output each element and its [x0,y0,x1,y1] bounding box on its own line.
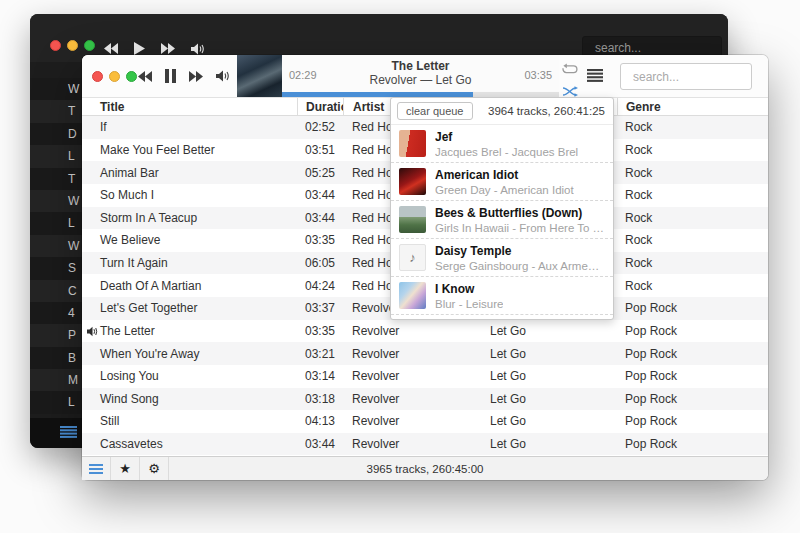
track-album: Let Go [472,324,617,338]
track-artist: Revolver [343,414,472,428]
track-duration: 03:35 [297,324,343,338]
queue-item-title: Bees & Butterflies (Down) [435,206,605,220]
track-duration: 03:18 [297,392,343,406]
track-duration: 03:37 [297,301,343,315]
table-row[interactable]: Wind Song 03:18 Revolver Let Go Pop Rock [82,388,768,411]
repeat-icon[interactable] [562,61,578,79]
previous-track-button[interactable] [138,71,152,82]
clear-queue-button[interactable]: clear queue [397,102,473,120]
track-duration: 05:25 [297,166,343,180]
track-genre: Pop Rock [617,392,768,406]
queue-item-album-art [399,168,426,195]
next-track-button[interactable] [189,71,203,82]
track-duration: 03:51 [297,143,343,157]
track-duration: 03:44 [297,437,343,451]
track-genre: Rock [617,211,768,225]
queue-item[interactable]: American Idiot Green Day - American Idio… [391,163,613,201]
track-title: When You're Away [82,347,297,361]
track-title: Animal Bar [82,166,297,180]
player-bar: The Letter Revolver — Let Go 02:29 03:35 [82,55,768,98]
now-playing-subtitle: Revolver — Let Go [282,73,559,87]
zoom-button[interactable] [126,71,137,82]
track-duration: 04:24 [297,279,343,293]
queue-summary: 3964 tracks, 260:41:25 [488,105,605,117]
track-title: The Letter [82,324,297,338]
queue-item-subtitle: Jacques Brel - Jacques Brel [435,146,578,158]
now-playing-speaker-icon [87,326,98,340]
track-artist: Revolver [343,324,472,338]
playlists-button[interactable]: ★ [111,457,140,480]
pause-button[interactable] [165,69,176,83]
queue-item[interactable]: ♪ Daisy Temple Serge Gainsbourg - Aux Ar… [391,239,613,277]
queue-item-subtitle: Blur - Leisure [435,298,503,310]
table-row[interactable]: Still 04:13 Revolver Let Go Pop Rock [82,410,768,433]
queue-popup-header: clear queue 3964 tracks, 260:41:25 [391,98,613,125]
track-album: Let Go [472,437,617,451]
gear-icon: ⚙ [148,462,160,475]
track-album: Let Go [472,414,617,428]
settings-button[interactable]: ⚙ [140,457,169,480]
now-playing-album-art [237,55,282,97]
track-title: So Much I [82,188,297,202]
close-button[interactable] [50,40,61,51]
queue-item[interactable]: Bees & Butterflies (Down) Girls In Hawai… [391,201,613,239]
track-genre: Pop Rock [617,301,768,315]
queue-item[interactable]: I Know Blur - Leisure [391,277,613,315]
track-genre: Rock [617,166,768,180]
now-playing-title: The Letter [282,55,559,73]
now-playing-info[interactable]: The Letter Revolver — Let Go 02:29 03:35 [282,55,559,97]
volume-icon[interactable] [216,70,231,82]
track-genre: Rock [617,256,768,270]
queue-item-subtitle: Girls In Hawaii - From Here To There [435,222,605,234]
queue-icon[interactable] [587,68,603,86]
library-list-icon[interactable] [60,424,77,442]
queue-item-album-art [399,282,426,309]
track-artist: Revolver [343,347,472,361]
table-row[interactable]: Losing You 03:14 Revolver Let Go Pop Roc… [82,365,768,388]
track-title: Cassavetes [82,437,297,451]
play-button[interactable] [134,42,145,55]
track-title: We Believe [82,233,297,247]
track-duration: 03:44 [297,188,343,202]
table-row[interactable]: The Letter 03:35 Revolver Let Go Pop Roc… [82,320,768,343]
track-title: Let's Get Together [82,301,297,315]
column-header-title[interactable]: Title [82,100,297,114]
table-row[interactable]: Cassavetes 03:44 Revolver Let Go Pop Roc… [82,433,768,456]
track-title: Wind Song [82,392,297,406]
track-duration: 03:14 [297,369,343,383]
track-artist: Revolver [343,369,472,383]
queue-item[interactable]: Jef Jacques Brel - Jacques Brel [391,125,613,163]
library-view-button[interactable] [82,457,111,480]
queue-item-title: American Idiot [435,168,574,182]
queue-item-album-art: ♪ [399,244,426,271]
search-input[interactable] [620,63,752,90]
track-genre: Rock [617,188,768,202]
track-duration: 06:05 [297,256,343,270]
next-track-button[interactable] [161,43,175,54]
queue-item-subtitle: Green Day - American Idiot [435,184,574,196]
table-row[interactable]: When You're Away 03:21 Revolver Let Go P… [82,342,768,365]
track-duration: 02:52 [297,120,343,134]
main-window[interactable]: The Letter Revolver — Let Go 02:29 03:35… [82,55,768,480]
queue-item-title: Jef [435,130,578,144]
minimize-button[interactable] [109,71,120,82]
minimize-button[interactable] [67,40,78,51]
queue-item-subtitle: Serge Gainsbourg - Aux Armes et Caete... [435,260,605,272]
track-genre: Pop Rock [617,437,768,451]
zoom-button[interactable] [84,40,95,51]
track-title: Storm In A Teacup [82,211,297,225]
desktop: WTDLTWLWSC4PBML The Letter Revolver — Le… [0,0,800,533]
column-header-duration[interactable]: Duration [297,98,343,115]
track-duration: 03:35 [297,233,343,247]
track-genre: Pop Rock [617,414,768,428]
track-duration: 03:21 [297,347,343,361]
track-title: Death Of A Martian [82,279,297,293]
column-header-genre[interactable]: Genre [617,98,768,115]
traffic-lights [50,40,95,51]
track-genre: Rock [617,233,768,247]
previous-track-button[interactable] [104,43,118,54]
close-button[interactable] [92,71,103,82]
volume-icon[interactable] [191,43,205,55]
track-genre: Rock [617,143,768,157]
total-time: 03:35 [524,69,552,81]
